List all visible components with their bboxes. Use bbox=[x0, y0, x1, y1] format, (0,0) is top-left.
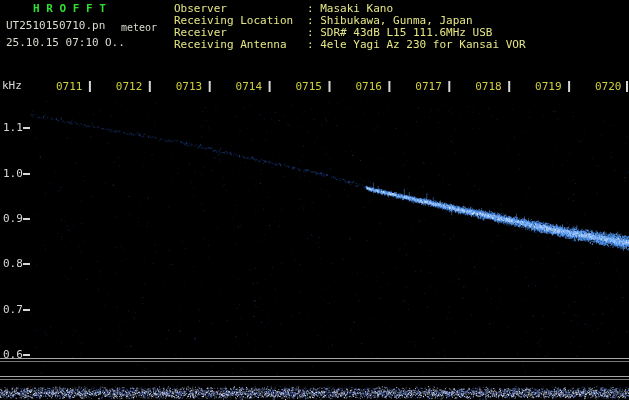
y-tick-label: 0.6 bbox=[3, 348, 23, 361]
x-tick-label: 0715 bbox=[296, 80, 323, 93]
x-tick-label: 0711 bbox=[56, 80, 83, 93]
y-tick-label: 1.0 bbox=[3, 167, 23, 180]
y-tick-label: 1.1 bbox=[3, 121, 23, 134]
x-tick-label: 0718 bbox=[475, 80, 502, 93]
hrofft-screen: H R O F F T UT2510150710.pn meteor 25.10… bbox=[0, 0, 629, 400]
field-value-receiving-antenna: : 4ele Yagi Az 230 for Kansai VOR bbox=[307, 39, 526, 51]
x-tick-label: 0713 bbox=[176, 80, 203, 93]
x-tick-label: 0719 bbox=[535, 80, 562, 93]
capture-filename: UT2510150710.pn bbox=[6, 20, 105, 32]
x-tick-label: 0712 bbox=[116, 80, 143, 93]
y-tick-label: 0.8 bbox=[3, 257, 23, 270]
x-tick-label: 0714 bbox=[236, 80, 263, 93]
capture-filename-suffix: meteor bbox=[121, 22, 157, 34]
field-label-receiving-antenna: Receiving Antenna bbox=[174, 39, 287, 51]
spectrogram-canvas bbox=[0, 0, 629, 400]
x-tick-label: 0720 bbox=[595, 80, 622, 93]
y-tick-label: 0.7 bbox=[3, 303, 23, 316]
x-tick-label: 0716 bbox=[355, 80, 382, 93]
capture-datetime-suffix: O.. bbox=[105, 37, 125, 49]
capture-datetime: 25.10.15 07:10 bbox=[6, 37, 99, 49]
y-tick-label: 0.9 bbox=[3, 212, 23, 225]
x-tick-label: 0717 bbox=[415, 80, 442, 93]
y-axis-unit: kHz bbox=[2, 80, 22, 92]
app-title: H R O F F T bbox=[33, 3, 106, 15]
